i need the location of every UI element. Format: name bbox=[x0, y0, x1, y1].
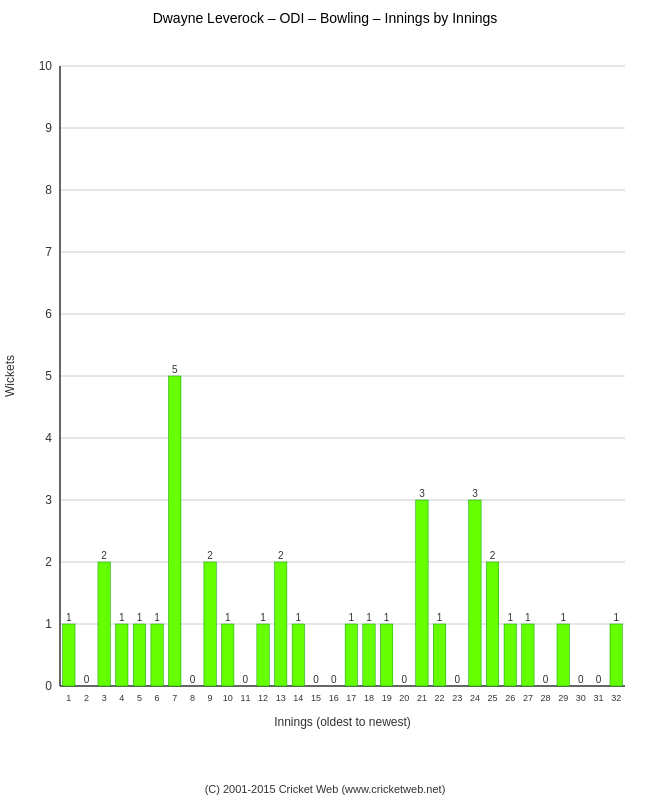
svg-text:26: 26 bbox=[505, 693, 515, 703]
svg-text:2: 2 bbox=[207, 550, 213, 561]
chart-container: Dwayne Leverock – ODI – Bowling – Inning… bbox=[0, 0, 650, 800]
svg-text:30: 30 bbox=[576, 693, 586, 703]
svg-text:20: 20 bbox=[399, 693, 409, 703]
svg-text:1: 1 bbox=[119, 612, 125, 623]
svg-text:2: 2 bbox=[84, 693, 89, 703]
chart-svg: 012345678910Wickets110223141516570829110… bbox=[0, 31, 650, 781]
svg-text:18: 18 bbox=[364, 693, 374, 703]
svg-rect-32 bbox=[116, 624, 128, 686]
svg-text:3: 3 bbox=[102, 693, 107, 703]
svg-text:25: 25 bbox=[488, 693, 498, 703]
svg-text:13: 13 bbox=[276, 693, 286, 703]
svg-text:1: 1 bbox=[613, 612, 619, 623]
svg-text:3: 3 bbox=[419, 488, 425, 499]
svg-text:0: 0 bbox=[596, 674, 602, 685]
svg-text:1: 1 bbox=[45, 617, 52, 631]
svg-rect-67 bbox=[345, 624, 357, 686]
svg-text:15: 15 bbox=[311, 693, 321, 703]
footer-text: (C) 2001-2015 Cricket Web (www.cricketwe… bbox=[0, 783, 650, 795]
svg-text:4: 4 bbox=[45, 431, 52, 445]
svg-text:21: 21 bbox=[417, 693, 427, 703]
svg-text:0: 0 bbox=[45, 679, 52, 693]
svg-text:8: 8 bbox=[190, 693, 195, 703]
svg-text:0: 0 bbox=[190, 674, 196, 685]
svg-text:29: 29 bbox=[558, 693, 568, 703]
svg-text:3: 3 bbox=[472, 488, 478, 499]
svg-text:5: 5 bbox=[172, 364, 178, 375]
chart-title: Dwayne Leverock – ODI – Bowling – Inning… bbox=[0, 0, 650, 31]
svg-rect-92 bbox=[504, 624, 516, 686]
svg-rect-24 bbox=[63, 624, 75, 686]
svg-text:31: 31 bbox=[594, 693, 604, 703]
svg-text:1: 1 bbox=[66, 693, 71, 703]
svg-text:9: 9 bbox=[208, 693, 213, 703]
svg-rect-86 bbox=[469, 500, 481, 686]
svg-rect-81 bbox=[433, 624, 445, 686]
svg-text:3: 3 bbox=[45, 493, 52, 507]
svg-text:2: 2 bbox=[101, 550, 107, 561]
svg-text:1: 1 bbox=[225, 612, 231, 623]
svg-text:27: 27 bbox=[523, 693, 533, 703]
svg-text:14: 14 bbox=[293, 693, 303, 703]
svg-rect-89 bbox=[486, 562, 498, 686]
svg-text:1: 1 bbox=[560, 612, 566, 623]
svg-rect-73 bbox=[380, 624, 392, 686]
svg-text:1: 1 bbox=[525, 612, 531, 623]
svg-text:2: 2 bbox=[278, 550, 284, 561]
svg-rect-95 bbox=[522, 624, 534, 686]
svg-text:0: 0 bbox=[454, 674, 460, 685]
svg-text:0: 0 bbox=[543, 674, 549, 685]
svg-text:1: 1 bbox=[384, 612, 390, 623]
svg-text:10: 10 bbox=[39, 59, 53, 73]
svg-text:19: 19 bbox=[382, 693, 392, 703]
svg-rect-107 bbox=[610, 624, 622, 686]
svg-text:4: 4 bbox=[119, 693, 124, 703]
svg-rect-46 bbox=[204, 562, 216, 686]
svg-text:1: 1 bbox=[260, 612, 266, 623]
svg-rect-41 bbox=[169, 376, 181, 686]
svg-rect-29 bbox=[98, 562, 110, 686]
svg-text:6: 6 bbox=[155, 693, 160, 703]
svg-text:0: 0 bbox=[331, 674, 337, 685]
svg-text:10: 10 bbox=[223, 693, 233, 703]
svg-rect-49 bbox=[222, 624, 234, 686]
svg-text:24: 24 bbox=[470, 693, 480, 703]
svg-text:0: 0 bbox=[578, 674, 584, 685]
svg-text:16: 16 bbox=[329, 693, 339, 703]
svg-text:5: 5 bbox=[45, 369, 52, 383]
svg-text:8: 8 bbox=[45, 183, 52, 197]
svg-rect-78 bbox=[416, 500, 428, 686]
svg-rect-60 bbox=[292, 624, 304, 686]
svg-text:Innings (oldest to newest): Innings (oldest to newest) bbox=[274, 715, 411, 729]
svg-rect-35 bbox=[133, 624, 145, 686]
svg-text:0: 0 bbox=[313, 674, 319, 685]
svg-text:32: 32 bbox=[611, 693, 621, 703]
svg-text:1: 1 bbox=[507, 612, 513, 623]
svg-text:7: 7 bbox=[45, 245, 52, 259]
svg-text:0: 0 bbox=[84, 674, 90, 685]
svg-text:28: 28 bbox=[541, 693, 551, 703]
svg-text:1: 1 bbox=[366, 612, 372, 623]
svg-text:2: 2 bbox=[45, 555, 52, 569]
svg-rect-57 bbox=[275, 562, 287, 686]
svg-text:22: 22 bbox=[435, 693, 445, 703]
svg-text:17: 17 bbox=[346, 693, 356, 703]
svg-rect-70 bbox=[363, 624, 375, 686]
svg-text:1: 1 bbox=[137, 612, 143, 623]
svg-rect-54 bbox=[257, 624, 269, 686]
svg-text:11: 11 bbox=[240, 693, 250, 703]
svg-text:7: 7 bbox=[172, 693, 177, 703]
svg-text:0: 0 bbox=[243, 674, 249, 685]
svg-text:1: 1 bbox=[66, 612, 72, 623]
svg-text:1: 1 bbox=[349, 612, 355, 623]
svg-text:1: 1 bbox=[154, 612, 160, 623]
svg-text:Wickets: Wickets bbox=[3, 355, 17, 397]
svg-text:0: 0 bbox=[402, 674, 408, 685]
svg-text:1: 1 bbox=[296, 612, 302, 623]
svg-text:2: 2 bbox=[490, 550, 496, 561]
svg-rect-100 bbox=[557, 624, 569, 686]
svg-text:23: 23 bbox=[452, 693, 462, 703]
svg-text:1: 1 bbox=[437, 612, 443, 623]
svg-rect-38 bbox=[151, 624, 163, 686]
svg-text:12: 12 bbox=[258, 693, 268, 703]
